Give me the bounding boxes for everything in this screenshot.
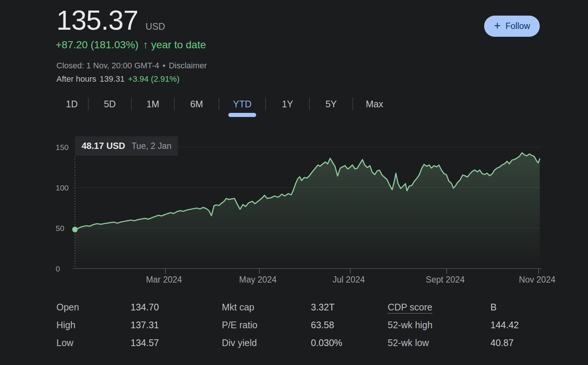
x-axis-label: Sept 2024 [426,275,465,284]
tab-5y[interactable]: 5Y [310,95,352,113]
stat-row: 52-wk high144.42 [388,316,519,334]
separator-dot: • [162,61,165,71]
stat-label: High [56,320,131,330]
after-hours-price: 139.31 [100,74,125,84]
stat-row: Div yield0.030% [222,334,342,352]
tab-5d[interactable]: 5D [89,95,131,113]
stat-label: Low [56,338,131,348]
stat-label: Open [56,302,131,313]
y-axis-label: 0 [56,264,60,273]
y-axis-label: 100 [56,183,69,192]
chart-tooltip: 48.17 USD Tue, 2 Jan [75,136,178,156]
tab-max[interactable]: Max [353,95,396,113]
tab-label: 5Y [325,99,337,110]
tab-1m[interactable]: 1M [132,95,174,113]
stat-row: CDP scoreB [388,298,519,316]
tooltip-price: 48.17 USD [82,141,125,151]
stat-value: 134.57 [131,338,159,348]
price-header: 135.37 USD [56,7,165,34]
stat-label[interactable]: CDP score [388,302,490,313]
stat-value: 0.030% [311,338,342,348]
time-range-tabs: 1D5D1M6MYTD1Y5YMax [56,95,396,118]
stat-label: P/E ratio [222,320,311,330]
stock-page: 050100150Mar 2024May 2024Jul 2024Sept 20… [0,0,588,365]
up-arrow-icon: ↑ [143,39,148,51]
price-change: +87.20 (181.03%) [56,39,138,51]
follow-button-label: Follow [506,21,530,31]
tab-6m[interactable]: 6M [175,95,219,113]
tooltip-date: Tue, 2 Jan [131,141,171,151]
tab-label: 1M [147,99,160,110]
stat-label: Div yield [222,338,311,348]
stat-row: 52-wk low40.87 [388,334,519,352]
stats-column: Open134.70High137.31Low134.57 [56,298,159,352]
price-change-row: +87.20 (181.03%) ↑ year to date [56,39,206,51]
tab-label: 1Y [282,99,293,110]
tab-label: 1D [66,99,78,110]
stock-price: 135.37 [56,7,138,34]
stat-value: 63.58 [311,320,334,330]
tab-label: Max [366,99,383,110]
x-axis-label: Nov 2024 [519,275,556,284]
change-period: year to date [151,39,206,51]
y-axis-label: 150 [56,143,69,151]
area-fill [75,153,540,269]
stat-row: Mkt cap3.32T [222,298,342,316]
stat-value: 137.31 [131,320,159,330]
stat-label: 52-wk high [388,320,490,330]
disclaimer-link[interactable]: Disclaimer [169,61,207,71]
after-hours-change: +3.94 (2.91%) [128,74,180,84]
y-axis-label: 50 [56,224,64,232]
stats-column: CDP scoreB52-wk high144.4252-wk low40.87 [388,298,519,352]
stat-label: 52-wk low [388,338,490,348]
follow-button[interactable]: + Follow [484,16,540,37]
stat-label: Mkt cap [222,302,311,313]
after-hours-label: After hours [56,74,96,84]
stat-value: 40.87 [490,338,514,348]
stats-column: Mkt cap3.32TP/E ratio63.58Div yield0.030… [222,298,342,352]
x-axis-label: May 2024 [239,275,276,284]
x-axis-label: Jul 2024 [333,275,365,284]
tab-1y[interactable]: 1Y [266,95,309,113]
tab-label: YTD [233,99,252,110]
stat-row: P/E ratio63.58 [222,316,342,334]
price-currency: USD [145,21,165,32]
closed-status: Closed: 1 Nov, 20:00 GMT-4 [56,61,159,71]
x-axis-label: Mar 2024 [146,275,182,284]
plus-icon: + [494,20,500,32]
stat-value: B [490,302,497,313]
stat-value: 134.70 [131,302,159,313]
stat-value: 144.42 [490,320,519,330]
tab-label: 5D [104,99,116,110]
stat-row: Open134.70 [56,298,159,316]
stat-row: High137.31 [56,316,159,334]
tab-ytd[interactable]: YTD [219,95,265,113]
tab-label: 6M [190,99,203,110]
hovered-point-dot [72,227,78,232]
stat-value: 3.32T [311,302,335,313]
active-tab-underline [229,113,256,117]
market-status-row: Closed: 1 Nov, 20:00 GMT-4 • Disclaimer [56,61,207,71]
after-hours-row: After hours 139.31 +3.94 (2.91%) [56,74,180,84]
stat-row: Low134.57 [56,334,159,352]
tab-1d[interactable]: 1D [56,95,88,113]
